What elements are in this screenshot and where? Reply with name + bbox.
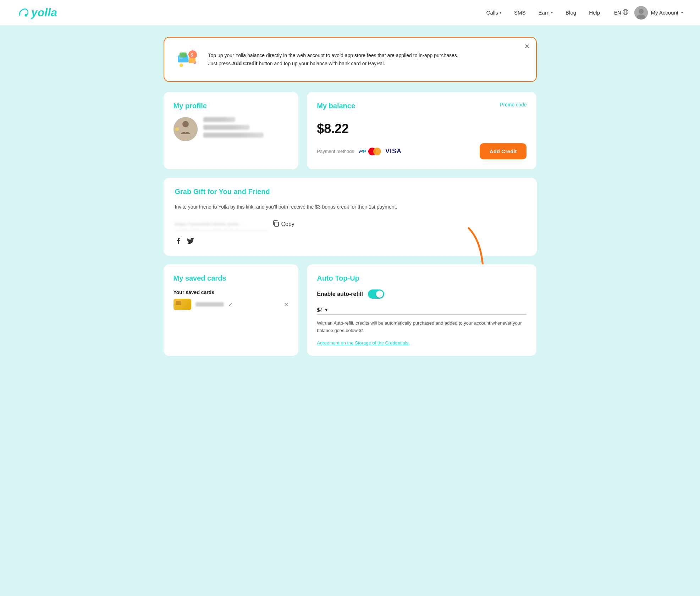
copy-button[interactable]: Copy [273, 220, 294, 228]
mastercard-icon [368, 148, 381, 155]
auto-topup-card: Auto Top-Up Enable auto-refill $4 ▾ With… [307, 264, 536, 356]
nav-calls[interactable]: Calls ▾ [486, 10, 501, 16]
svg-rect-9 [180, 53, 187, 57]
logo[interactable]: yolla [17, 6, 57, 19]
amount-value: $4 [317, 307, 323, 313]
card-number-blur [195, 302, 224, 307]
grab-gift-description: Invite your friend to Yolla by this link… [175, 203, 525, 211]
profile-content [173, 117, 289, 141]
auto-topup-description: With an Auto-refill, credits will be aut… [317, 320, 527, 335]
promo-code-link[interactable]: Promo code [500, 102, 527, 107]
auto-topup-title: Auto Top-Up [317, 274, 527, 282]
avatar [634, 6, 648, 20]
profile-phone-blur [203, 133, 264, 138]
payment-methods: Payment methods PP VISA [317, 148, 402, 155]
auto-refill-toggle[interactable] [368, 289, 384, 299]
main-content: $ Top up your Yolla balance directly in … [155, 37, 545, 356]
enable-label: Enable auto-refill [317, 291, 363, 297]
svg-point-0 [25, 14, 27, 16]
add-credit-button[interactable]: Add Credit [480, 143, 527, 159]
twitter-share-icon[interactable] [187, 237, 194, 246]
svg-point-12 [180, 64, 183, 67]
nav-links: Calls ▾ SMS Earn ▾ Blog Help [486, 10, 600, 16]
account-label: My Account [651, 10, 678, 16]
enable-row: Enable auto-refill [317, 289, 527, 299]
my-balance-card: My balance Promo code $8.22 Payment meth… [307, 92, 536, 169]
banner-bold-text: Add Credit [232, 61, 258, 66]
balance-title: My balance [317, 102, 355, 110]
svg-text:$: $ [191, 53, 193, 57]
banner-close-button[interactable]: ✕ [524, 43, 530, 50]
nav-blog[interactable]: Blog [566, 10, 576, 16]
amount-chevron: ▾ [325, 307, 328, 313]
nav-help[interactable]: Help [589, 10, 600, 16]
profile-avatar [173, 117, 198, 141]
amount-select[interactable]: $4 ▾ [317, 305, 527, 315]
account-button[interactable]: My Account ▾ [634, 6, 683, 20]
card-chip-icon [173, 299, 191, 310]
svg-rect-14 [188, 58, 195, 63]
svg-point-16 [182, 121, 189, 127]
facebook-share-icon[interactable] [175, 237, 182, 246]
language-button[interactable]: EN [614, 9, 629, 16]
svg-point-5 [639, 9, 644, 14]
profile-title: My profile [173, 102, 289, 110]
balance-header: My balance Promo code [317, 102, 527, 117]
copy-label: Copy [281, 221, 294, 227]
profile-name-blur [203, 117, 235, 122]
agreement-link[interactable]: Agreement on the Storage of the Credenti… [317, 340, 410, 346]
card-check-icon: ✓ [228, 301, 233, 308]
copy-icon [273, 220, 279, 228]
profile-info [203, 117, 264, 138]
card-remove-icon[interactable]: ✕ [284, 301, 288, 308]
referral-link-input[interactable] [175, 218, 267, 231]
nav-right: EN My Account ▾ [614, 6, 683, 20]
nav-earn[interactable]: Earn ▾ [538, 10, 553, 16]
profile-balance-row: My profile [164, 92, 537, 169]
banner-illustration: $ [173, 45, 201, 74]
svg-point-17 [175, 127, 179, 131]
visa-icon: VISA [385, 148, 402, 155]
globe-icon [622, 9, 629, 16]
saved-cards-subtitle: Your saved cards [173, 289, 289, 295]
info-banner: $ Top up your Yolla balance directly in … [164, 37, 537, 82]
banner-text: Top up your Yolla balance directly in th… [208, 51, 458, 67]
paypal-icon: PP [359, 148, 366, 154]
grab-gift-title: Grab Gift for You and Friend [175, 188, 525, 196]
navbar: yolla Calls ▾ SMS Earn ▾ Blog Help EN [0, 0, 700, 26]
lang-label: EN [614, 10, 621, 16]
balance-footer: Payment methods PP VISA Add Credit [317, 143, 527, 159]
saved-card-item: ✓ ✕ [173, 299, 289, 310]
payment-label: Payment methods [317, 149, 354, 154]
my-profile-card: My profile [164, 92, 299, 169]
bottom-row: My saved cards Your saved cards ✓ ✕ Auto… [164, 264, 537, 356]
saved-cards-list: ✓ ✕ [173, 299, 289, 310]
profile-email-blur [203, 125, 249, 130]
svg-rect-18 [275, 222, 279, 226]
nav-sms[interactable]: SMS [514, 10, 526, 16]
saved-cards-card: My saved cards Your saved cards ✓ ✕ [164, 264, 299, 356]
saved-cards-title: My saved cards [173, 274, 289, 282]
balance-amount: $8.22 [317, 121, 527, 136]
account-chevron: ▾ [681, 11, 683, 15]
grab-gift-card: Grab Gift for You and Friend Invite your… [164, 178, 537, 256]
